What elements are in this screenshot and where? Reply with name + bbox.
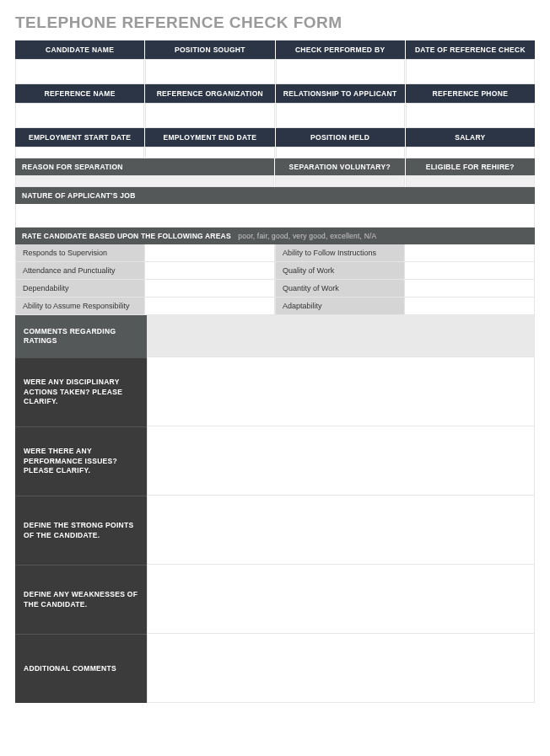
weaknesses-field[interactable] bbox=[147, 565, 535, 634]
reference-name-field[interactable] bbox=[15, 103, 144, 128]
strong-points-row: DEFINE THE STRONG POINTS OF THE CANDIDAT… bbox=[15, 496, 535, 565]
label-weaknesses: DEFINE ANY WEAKNESSES OF THE CANDIDATE. bbox=[15, 565, 147, 634]
header-relationship-applicant: RELATIONSHIP TO APPLICANT bbox=[276, 84, 405, 103]
rate-quantity-work: Quantity of Work bbox=[275, 280, 405, 298]
reason-separation-field[interactable] bbox=[15, 175, 274, 187]
header-employment-end: EMPLOYMENT END DATE bbox=[145, 128, 274, 147]
header-salary: SALARY bbox=[406, 128, 535, 147]
rate-follow-instructions-field[interactable] bbox=[405, 244, 535, 262]
position-held-field[interactable] bbox=[276, 147, 405, 158]
reference-value-row bbox=[15, 103, 535, 128]
header-candidate-name: CANDIDATE NAME bbox=[15, 40, 144, 59]
header-reference-name: REFERENCE NAME bbox=[15, 84, 144, 103]
rate-dependability: Dependability bbox=[15, 280, 145, 298]
rate-responsibility-field[interactable] bbox=[145, 298, 275, 315]
label-strong-points: DEFINE THE STRONG POINTS OF THE CANDIDAT… bbox=[15, 496, 147, 565]
disciplinary-row: WERE ANY DISCIPLINARY ACTIONS TAKEN? PLE… bbox=[15, 357, 535, 426]
reference-phone-field[interactable] bbox=[406, 103, 535, 128]
performance-row: WERE THERE ANY PERFORMANCE ISSUES? PLEAS… bbox=[15, 426, 535, 496]
weaknesses-row: DEFINE ANY WEAKNESSES OF THE CANDIDATE. bbox=[15, 565, 535, 634]
header-eligible-rehire: ELIGIBLE FOR REHIRE? bbox=[406, 158, 536, 175]
rate-dependability-field[interactable] bbox=[145, 280, 275, 298]
employment-header-row: EMPLOYMENT START DATE EMPLOYMENT END DAT… bbox=[15, 128, 535, 147]
employment-start-field[interactable] bbox=[15, 147, 144, 158]
header-reference-organization: REFERENCE ORGANIZATION bbox=[145, 84, 274, 103]
additional-comments-field[interactable] bbox=[147, 634, 535, 703]
nature-job-field[interactable] bbox=[15, 204, 535, 228]
employment-end-field[interactable] bbox=[145, 147, 274, 158]
label-additional-comments: ADDITIONAL COMMENTS bbox=[15, 634, 147, 703]
performance-field[interactable] bbox=[147, 426, 535, 496]
rate-quality-work: Quality of Work bbox=[275, 262, 405, 280]
rate-attendance-field[interactable] bbox=[145, 262, 275, 280]
strong-points-field[interactable] bbox=[147, 496, 535, 565]
date-reference-check-field[interactable] bbox=[406, 59, 535, 84]
header-employment-start: EMPLOYMENT START DATE bbox=[15, 128, 144, 147]
rate-adaptability-field[interactable] bbox=[405, 298, 535, 315]
form-title: TELEPHONE REFERENCE CHECK FORM bbox=[15, 13, 535, 32]
salary-field[interactable] bbox=[406, 147, 535, 158]
candidate-header-row: CANDIDATE NAME POSITION SOUGHT CHECK PER… bbox=[15, 40, 535, 59]
label-disciplinary: WERE ANY DISCIPLINARY ACTIONS TAKEN? PLE… bbox=[15, 357, 147, 426]
rate-quantity-work-field[interactable] bbox=[405, 280, 535, 298]
header-check-performed-by: CHECK PERFORMED BY bbox=[276, 40, 405, 59]
separation-voluntary-field[interactable] bbox=[275, 175, 405, 187]
rate-quality-work-field[interactable] bbox=[405, 262, 535, 280]
position-sought-field[interactable] bbox=[145, 59, 274, 84]
comments-ratings-field[interactable] bbox=[147, 315, 535, 357]
rate-follow-instructions: Ability to Follow Instructions bbox=[275, 244, 405, 262]
label-comments-ratings: COMMENTS REGARDING RATINGS bbox=[15, 315, 147, 357]
header-reason-separation: REASON FOR SEPARATION bbox=[15, 158, 274, 175]
candidate-name-field[interactable] bbox=[15, 59, 144, 84]
rate-responds-supervision: Responds to Supervision bbox=[15, 244, 145, 262]
header-separation-voluntary: SEPARATION VOLUNTARY? bbox=[275, 158, 405, 175]
header-reference-phone: REFERENCE PHONE bbox=[406, 84, 535, 103]
eligible-rehire-field[interactable] bbox=[406, 175, 536, 187]
header-rate-candidate: RATE CANDIDATE BASED UPON THE FOLLOWING … bbox=[15, 228, 535, 244]
header-position-sought: POSITION SOUGHT bbox=[145, 40, 274, 59]
rate-attendance: Attendance and Punctuality bbox=[15, 262, 145, 280]
additional-comments-row: ADDITIONAL COMMENTS bbox=[15, 634, 535, 703]
header-position-held: POSITION HELD bbox=[276, 128, 405, 147]
employment-value-row bbox=[15, 147, 535, 158]
reference-header-row: REFERENCE NAME REFERENCE ORGANIZATION RE… bbox=[15, 84, 535, 103]
label-performance: WERE THERE ANY PERFORMANCE ISSUES? PLEAS… bbox=[15, 426, 147, 496]
separation-header-row: REASON FOR SEPARATION SEPARATION VOLUNTA… bbox=[15, 158, 535, 175]
check-performed-by-field[interactable] bbox=[276, 59, 405, 84]
rate-responsibility: Ability to Assume Responsibility bbox=[15, 298, 145, 315]
rate-responds-supervision-field[interactable] bbox=[145, 244, 275, 262]
rate-scale: poor, fair, good, very good, excellent, … bbox=[238, 232, 376, 240]
relationship-applicant-field[interactable] bbox=[276, 103, 405, 128]
disciplinary-field[interactable] bbox=[147, 357, 535, 426]
rate-adaptability: Adaptability bbox=[275, 298, 405, 315]
rating-grid: Responds to Supervision Ability to Follo… bbox=[15, 244, 535, 315]
candidate-value-row bbox=[15, 59, 535, 84]
header-nature-job: NATURE OF APPLICANT'S JOB bbox=[15, 187, 535, 204]
header-date-reference-check: DATE OF REFERENCE CHECK bbox=[406, 40, 535, 59]
comments-ratings-row: COMMENTS REGARDING RATINGS bbox=[15, 315, 535, 357]
reference-organization-field[interactable] bbox=[145, 103, 274, 128]
rate-label: RATE CANDIDATE BASED UPON THE FOLLOWING … bbox=[22, 232, 231, 240]
separation-value-row bbox=[15, 175, 535, 187]
